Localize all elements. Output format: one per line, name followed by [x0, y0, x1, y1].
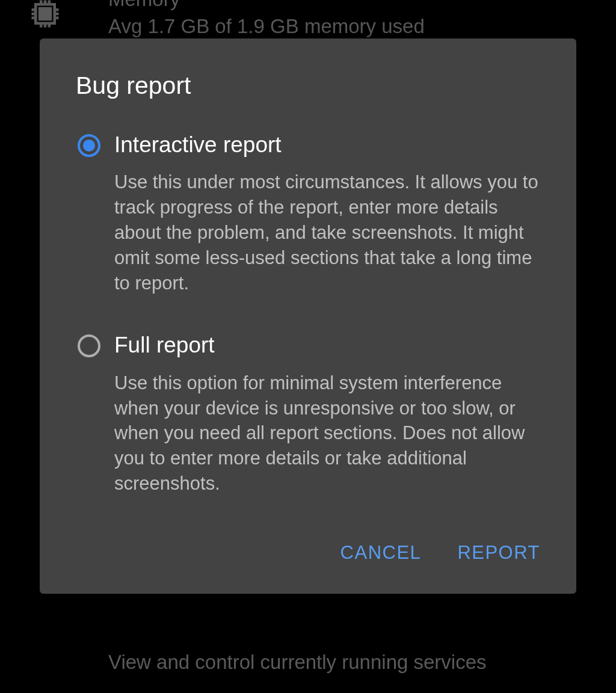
interactive-report-description: Use this under most circumstances. It al…: [114, 170, 540, 295]
interactive-report-option[interactable]: Interactive report Use this under most c…: [40, 124, 576, 307]
full-report-description: Use this option for minimal system inter…: [114, 371, 540, 496]
full-report-label: Full report: [114, 331, 540, 359]
dialog-title: Bug report: [40, 38, 576, 124]
radio-unselected-icon: [78, 334, 100, 357]
memory-chip-icon: [29, 0, 61, 32]
radio-interactive[interactable]: [76, 132, 102, 159]
bug-report-dialog: Bug report Interactive report Use this u…: [40, 38, 576, 594]
running-services-subtitle: View and control currently running servi…: [108, 651, 487, 674]
full-report-option[interactable]: Full report Use this option for minimal …: [40, 307, 576, 508]
radio-full[interactable]: [76, 333, 102, 359]
report-button[interactable]: REPORT: [457, 542, 540, 564]
radio-selected-icon: [78, 134, 100, 157]
memory-setting-row: Memory Avg 1.7 GB of 1.9 GB memory used: [0, 0, 616, 40]
interactive-report-label: Interactive report: [114, 131, 540, 159]
cancel-button[interactable]: CANCEL: [340, 542, 422, 564]
svg-rect-0: [38, 7, 52, 21]
dialog-button-bar: CANCEL REPORT: [40, 508, 576, 594]
memory-title: Memory: [108, 0, 425, 9]
memory-subtitle: Avg 1.7 GB of 1.9 GB memory used: [108, 14, 425, 40]
